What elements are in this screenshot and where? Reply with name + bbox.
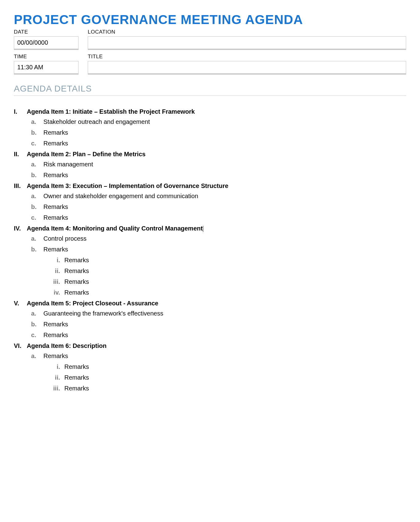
time-label: TIME (14, 54, 79, 60)
agenda-subitem-letter: a. (31, 353, 43, 360)
meta-row-1: DATE 00/00/0000 LOCATION (14, 29, 406, 50)
agenda-subsubitem: i.Remarks (52, 257, 406, 264)
agenda-subsubitem-number: iv. (52, 289, 64, 296)
agenda-subitem: b.Remarks (31, 321, 406, 328)
agenda-subsubitem: ii.Remarks (52, 374, 406, 381)
agenda-subsubitem-list: i.Remarksii.Remarksiii.Remarks (52, 363, 406, 392)
agenda-item-head: V.Agenda Item 5: Project Closeout - Assu… (14, 300, 406, 307)
agenda-subitem-text: Remarks (43, 129, 68, 136)
agenda-subsubitem-text: Remarks (64, 374, 89, 381)
agenda-subsubitem-text: Remarks (64, 363, 89, 370)
agenda-subitem-list: a.Control processb.Remarksi.Remarksii.Re… (31, 235, 406, 296)
agenda-subitem-text: Remarks (43, 321, 68, 328)
title-input[interactable] (88, 61, 406, 75)
agenda-subsubitem-text: Remarks (64, 267, 89, 275)
agenda-subitem-letter: a. (31, 235, 43, 242)
agenda-item-head: III.Agenda Item 3: Execution – Implement… (14, 182, 406, 190)
agenda-item-title: Agenda Item 4: Monitoring and Quality Co… (27, 225, 203, 232)
agenda-subsubitem-number: i. (52, 257, 64, 264)
date-input[interactable]: 00/00/0000 (14, 36, 79, 50)
agenda-item: I.Agenda Item 1: Initiate – Establish th… (14, 108, 406, 147)
agenda-subitem: a.Stakeholder outreach and engagement (31, 118, 406, 125)
agenda-subitem: c.Remarks (31, 332, 406, 339)
agenda-item-number: VI. (14, 342, 27, 349)
agenda-subsubitem-number: iii. (52, 278, 64, 285)
agenda-item-title: Agenda Item 2: Plan – Define the Metrics (27, 151, 146, 158)
agenda-subitem-letter: a. (31, 161, 43, 168)
agenda-subitem-letter: a. (31, 118, 43, 125)
agenda-item-title: Agenda Item 5: Project Closeout - Assura… (27, 300, 158, 307)
agenda-subitem-list: a.Owner and stakeholder engagement and c… (31, 193, 406, 221)
agenda-subitem: a.Control process (31, 235, 406, 242)
agenda-subitem: b.Remarks (31, 129, 406, 136)
agenda-subsubitem-number: ii. (52, 267, 64, 275)
agenda-subitem-list: a.Remarksi.Remarksii.Remarksiii.Remarks (31, 353, 406, 392)
agenda-subsubitem: iv.Remarks (52, 289, 406, 296)
meta-row-2: TIME 11:30 AM TITLE (14, 54, 406, 75)
agenda-subitem-text: Owner and stakeholder engagement and com… (43, 193, 198, 200)
agenda-subitem-letter: b. (31, 246, 43, 253)
agenda-subitem-text: Control process (43, 235, 87, 242)
agenda-subitem-list: a.Guaranteeing the framework's effective… (31, 310, 406, 339)
location-label: LOCATION (88, 29, 406, 35)
agenda-subitem: a.Owner and stakeholder engagement and c… (31, 193, 406, 200)
agenda-item-head: I.Agenda Item 1: Initiate – Establish th… (14, 108, 406, 115)
agenda-list: I.Agenda Item 1: Initiate – Establish th… (14, 108, 406, 392)
agenda-subitem-letter: b. (31, 321, 43, 328)
agenda-subitem-letter: b. (31, 129, 43, 136)
agenda-item-head: II.Agenda Item 2: Plan – Define the Metr… (14, 151, 406, 158)
agenda-subitem-text: Remarks (43, 246, 68, 253)
agenda-subsubitem: iii.Remarks (52, 385, 406, 392)
agenda-subsubitem-number: i. (52, 363, 64, 370)
agenda-subitem: a.Remarksi.Remarksii.Remarksiii.Remarks (31, 353, 406, 392)
agenda-subitem-letter: c. (31, 214, 43, 221)
section-rule (14, 96, 406, 96)
agenda-item: V.Agenda Item 5: Project Closeout - Assu… (14, 300, 406, 339)
location-input[interactable] (88, 36, 406, 50)
agenda-subitem-text: Remarks (43, 203, 68, 210)
agenda-subitem-list: a.Stakeholder outreach and engagementb.R… (31, 118, 406, 147)
agenda-subitem: c.Remarks (31, 140, 406, 147)
page-title: PROJECT GOVERNANCE MEETING AGENDA (14, 12, 406, 27)
agenda-subitem: a.Risk management (31, 161, 406, 168)
agenda-item-number: IV. (14, 225, 27, 232)
agenda-item-title: Agenda Item 6: Description (27, 342, 107, 349)
agenda-item: VI.Agenda Item 6: Descriptiona.Remarksi.… (14, 342, 406, 392)
agenda-item-number: II. (14, 151, 27, 158)
agenda-subsubitem-number: iii. (52, 385, 64, 392)
agenda-subitem-text: Remarks (43, 214, 68, 221)
agenda-subitem-list: a.Risk managementb.Remarks (31, 161, 406, 179)
agenda-item-title: Agenda Item 3: Execution – Implementatio… (27, 182, 228, 190)
agenda-subsubitem-number: ii. (52, 374, 64, 381)
agenda-subsubitem-text: Remarks (64, 257, 89, 264)
agenda-item-number: I. (14, 108, 27, 115)
date-label: DATE (14, 29, 79, 35)
agenda-item-title: Agenda Item 1: Initiate – Establish the … (27, 108, 195, 115)
agenda-subsubitem-list: i.Remarksii.Remarksiii.Remarksiv.Remarks (52, 257, 406, 296)
agenda-subsubitem-text: Remarks (64, 289, 89, 296)
agenda-subitem: b.Remarksi.Remarksii.Remarksiii.Remarksi… (31, 246, 406, 296)
agenda-subitem-text: Stakeholder outreach and engagement (43, 118, 150, 125)
agenda-subitem-letter: a. (31, 310, 43, 317)
agenda-item-number: III. (14, 182, 27, 190)
agenda-item-head: VI.Agenda Item 6: Description (14, 342, 406, 349)
agenda-subitem-letter: a. (31, 193, 43, 200)
agenda-subitem-text: Remarks (43, 353, 68, 360)
agenda-subsubitem: ii.Remarks (52, 267, 406, 275)
agenda-subitem: a.Guaranteeing the framework's effective… (31, 310, 406, 317)
agenda-subsubitem: iii.Remarks (52, 278, 406, 285)
agenda-subsubitem: i.Remarks (52, 363, 406, 370)
title-field-label: TITLE (88, 54, 406, 60)
agenda-item: II.Agenda Item 2: Plan – Define the Metr… (14, 151, 406, 179)
agenda-subitem-text: Risk management (43, 161, 93, 168)
agenda-subitem-text: Remarks (43, 172, 68, 179)
agenda-subitem-text: Remarks (43, 332, 68, 339)
agenda-subsubitem-text: Remarks (64, 385, 89, 392)
agenda-item-number: V. (14, 300, 27, 307)
agenda-subsubitem-text: Remarks (64, 278, 89, 285)
agenda-subitem-text: Remarks (43, 140, 68, 147)
agenda-subitem: c.Remarks (31, 214, 406, 221)
agenda-subitem-letter: b. (31, 172, 43, 179)
agenda-subitem-text: Guaranteeing the framework's effectivene… (43, 310, 163, 317)
time-input[interactable]: 11:30 AM (14, 61, 79, 75)
